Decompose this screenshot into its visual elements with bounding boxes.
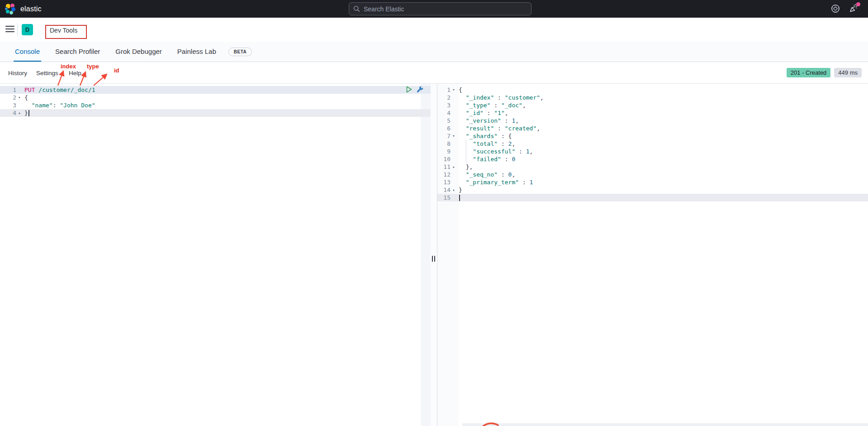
line-number: 2 xyxy=(0,94,16,101)
request-editor[interactable]: 1PUT /customer/_doc/12▾{3 "name": "John … xyxy=(0,84,431,426)
code-line-1[interactable]: 1PUT /customer/_doc/1 xyxy=(0,86,431,94)
code-line-3[interactable]: 3 "name": "John Doe" xyxy=(0,101,431,109)
notification-dot xyxy=(856,2,860,6)
fold-spacer xyxy=(451,140,457,148)
gutter: 13 xyxy=(437,178,457,186)
fold-toggle-icon[interactable]: ▴ xyxy=(16,109,23,117)
fold-spacer xyxy=(451,101,457,109)
code-text: { xyxy=(457,86,462,94)
gutter: 9 xyxy=(437,148,457,155)
line-number: 4 xyxy=(437,109,451,117)
request-options-button[interactable] xyxy=(416,86,424,94)
line-number: 9 xyxy=(437,148,451,155)
code-line-13[interactable]: 13 "_primary_term" : 1 xyxy=(437,178,868,186)
search-input[interactable] xyxy=(364,5,527,13)
space-avatar[interactable]: D xyxy=(22,24,33,35)
code-line-9[interactable]: 9 "successful" : 1, xyxy=(437,148,868,155)
line-number: 5 xyxy=(437,117,451,124)
tab-search-profiler[interactable]: Search Profiler xyxy=(54,42,101,62)
panel-splitter[interactable] xyxy=(431,84,437,426)
code-text: { xyxy=(23,94,28,101)
code-line-10[interactable]: 10 "failed" : 0 xyxy=(437,155,868,163)
fold-spacer xyxy=(451,124,457,132)
tab-grok-debugger[interactable]: Grok Debugger xyxy=(114,42,163,62)
code-text: "name": "John Doe" xyxy=(23,101,95,109)
code-text: "_shards" : { xyxy=(457,132,512,140)
tab-painless-lab[interactable]: Painless Lab xyxy=(176,42,218,62)
dev-tools-console-page: elastic xyxy=(0,0,868,426)
gutter: 7▾ xyxy=(437,132,457,140)
horizontal-scrollbar[interactable] xyxy=(462,423,868,426)
gutter: 3 xyxy=(437,101,457,109)
code-text: PUT /customer/_doc/1 xyxy=(23,86,95,94)
code-line-14[interactable]: 14▴} xyxy=(437,186,868,194)
hamburger-icon xyxy=(5,26,14,27)
settings-menu[interactable]: Settings xyxy=(36,70,58,77)
line-number: 2 xyxy=(437,94,451,101)
fold-spacer xyxy=(451,171,457,178)
menu-toggle-button[interactable] xyxy=(5,25,14,33)
line-number: 8 xyxy=(437,140,451,148)
request-actions xyxy=(405,86,424,94)
status-badge: 201 - Created xyxy=(787,68,831,77)
code-line-6[interactable]: 6 "result" : "created", xyxy=(437,124,868,132)
tab-console[interactable]: Console xyxy=(14,42,41,62)
run-request-button[interactable] xyxy=(405,86,413,94)
line-number: 12 xyxy=(437,171,451,178)
gutter: 1▾ xyxy=(437,86,457,94)
fold-spacer xyxy=(16,101,23,109)
code-line-11[interactable]: 11▴ }, xyxy=(437,163,868,171)
code-line-3[interactable]: 3 "_type" : "_doc", xyxy=(437,101,868,109)
help-button[interactable] xyxy=(830,4,841,14)
gutter: 15 xyxy=(437,194,457,201)
gutter: 6 xyxy=(437,124,457,132)
indent-guide xyxy=(466,148,466,155)
vertical-scrollbar[interactable] xyxy=(421,84,431,426)
fold-spacer xyxy=(451,117,457,124)
fold-spacer xyxy=(16,86,23,94)
fold-toggle-icon[interactable]: ▾ xyxy=(451,86,457,94)
console-toolbar: History Settings Help 201 - Created 449 … xyxy=(0,62,868,84)
fold-spacer xyxy=(451,109,457,117)
line-number: 1 xyxy=(0,86,16,94)
gutter: 4▴ xyxy=(0,109,23,117)
code-text: "_primary_term" : 1 xyxy=(457,178,533,186)
divider xyxy=(17,23,18,37)
line-number: 13 xyxy=(437,178,451,186)
response-editor[interactable]: 1▾{2 "_index" : "customer",3 "_type" : "… xyxy=(437,84,868,426)
fold-toggle-icon[interactable]: ▴ xyxy=(451,186,457,194)
code-line-4[interactable]: 4▴} xyxy=(0,109,431,117)
line-number: 7 xyxy=(437,132,451,140)
code-line-2[interactable]: 2 "_index" : "customer", xyxy=(437,94,868,101)
text-cursor xyxy=(28,110,29,116)
code-line-5[interactable]: 5 "_version" : 1, xyxy=(437,117,868,124)
code-line-4[interactable]: 4 "_id" : "1", xyxy=(437,109,868,117)
wrench-icon xyxy=(416,86,424,93)
line-number: 15 xyxy=(437,194,451,201)
fold-toggle-icon[interactable]: ▾ xyxy=(16,94,23,101)
code-text: }, xyxy=(457,163,473,171)
fold-toggle-icon[interactable]: ▴ xyxy=(451,163,457,171)
annotation-box-dev-tools xyxy=(45,25,87,39)
code-text: } xyxy=(23,109,29,117)
gutter: 10 xyxy=(437,155,457,163)
fold-spacer xyxy=(451,94,457,101)
dev-tools-tabs: Console Search Profiler Grok Debugger Pa… xyxy=(0,42,868,62)
response-status: 201 - Created 449 ms xyxy=(787,68,862,77)
code-line-15[interactable]: 15 xyxy=(437,194,868,201)
history-menu[interactable]: History xyxy=(8,70,27,77)
code-line-8[interactable]: 8 "total" : 2, xyxy=(437,140,868,148)
fold-spacer xyxy=(451,148,457,155)
code-line-2[interactable]: 2▾{ xyxy=(0,94,431,101)
gutter: 3 xyxy=(0,101,23,109)
annotation-label-type: type xyxy=(87,63,99,70)
code-line-7[interactable]: 7▾ "_shards" : { xyxy=(437,132,868,140)
newsfeed-button[interactable] xyxy=(848,4,859,14)
code-line-1[interactable]: 1▾{ xyxy=(437,86,868,94)
line-number: 3 xyxy=(0,101,16,109)
help-menu[interactable]: Help xyxy=(69,70,81,77)
fold-toggle-icon[interactable]: ▾ xyxy=(451,132,457,140)
code-text: "failed" : 0 xyxy=(457,155,515,163)
code-line-12[interactable]: 12 "_seq_no" : 0, xyxy=(437,171,868,178)
gutter: 5 xyxy=(437,117,457,124)
